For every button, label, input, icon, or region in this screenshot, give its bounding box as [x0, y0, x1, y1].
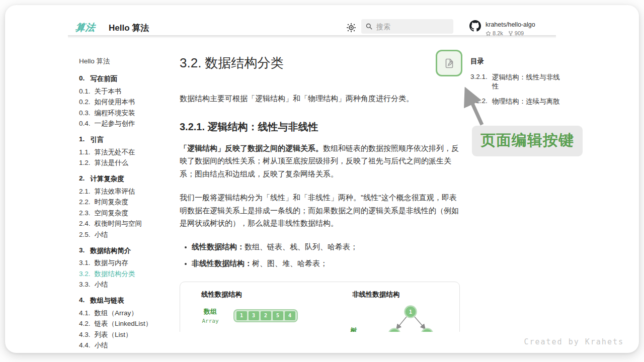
sidebar-item[interactable]: 2.3.空间复杂度 [79, 210, 177, 216]
repo-name: krahets/hello-algo [486, 20, 535, 28]
sidebar-item[interactable]: 4.2.链表（LinkedList） [79, 320, 177, 327]
main-content: 3.2. 数据结构分类 数据结构主要可根据「逻辑结构」和「物理结构」两种角度进行… [180, 54, 460, 332]
sidebar-item[interactable]: 2.2.时间复杂度 [79, 199, 177, 205]
list-item: 线性数据结构：数组、链表、栈、队列、哈希表； [185, 241, 460, 253]
tree-label-zh: 树 [338, 326, 369, 332]
figure-array-row: 数组 Array 1 3 2 5 4 [187, 307, 338, 324]
sidebar-item[interactable]: 4.3.列表（List） [79, 331, 177, 338]
theme-toggle-button[interactable] [346, 23, 356, 33]
sidebar-section-3[interactable]: 3.数据结构简介 [79, 246, 177, 255]
sidebar-item[interactable]: 1.1.算法无处不在 [79, 149, 177, 155]
sidebar-item[interactable]: 1.2.算法是什么 [79, 159, 177, 166]
sidebar-item[interactable]: 0.2.如何使用本书 [79, 99, 177, 105]
sidebar-item[interactable]: 4.4.小结 [79, 342, 177, 348]
array-label-zh: 数组 [187, 307, 233, 316]
svg-text:1: 1 [409, 309, 412, 315]
brightness-icon [346, 23, 356, 33]
intro-paragraph: 数据结构主要可根据「逻辑结构」和「物理结构」两种角度进行分类。 [180, 92, 460, 105]
sidebar-item[interactable]: 4.1.数组（Array） [79, 310, 177, 316]
star-icon [486, 31, 491, 36]
sidebar-item[interactable]: 2.1.算法效率评估 [79, 188, 177, 195]
search-icon [366, 23, 372, 30]
paragraph-2: 我们一般将逻辑结构分为「线性」和「非线性」两种。"线性"这个概念很直观，即表明数… [180, 191, 460, 230]
page-edit-button[interactable] [436, 50, 462, 76]
sidebar-nav: Hello 算法 0.写在前面 0.1.关于本书 0.2.如何使用本书 0.3.… [79, 57, 177, 348]
array-diagram: 1 3 2 5 4 [233, 309, 298, 322]
toc-item[interactable]: 3.2.1.逻辑结构：线性与非线性 [470, 73, 566, 91]
array-label-en: Array [187, 318, 233, 324]
page-title: 3.2. 数据结构分类 [180, 54, 460, 72]
github-icon [469, 20, 481, 32]
fork-icon [508, 31, 513, 36]
sidebar-item-active[interactable]: 3.2.数据结构分类 [79, 270, 177, 277]
sidebar-section-4[interactable]: 4.数组与链表 [79, 296, 177, 305]
edit-page-icon [443, 57, 455, 69]
sidebar-item[interactable]: 0.1.关于本书 [79, 88, 177, 95]
sidebar-item[interactable]: 3.1.数据与内存 [79, 259, 177, 266]
sidebar-item[interactable]: 0.3.编程环境安装 [79, 110, 177, 116]
svg-text:3: 3 [426, 332, 429, 332]
figure-linear-title: 线性数据结构 [201, 290, 338, 299]
fork-count: 909 [515, 30, 524, 36]
site-title: Hello 算法 [109, 22, 149, 34]
sidebar-item[interactable]: 3.3.小结 [79, 281, 177, 288]
section-heading: 3.2.1. 逻辑结构：线性与非线性 [180, 120, 460, 134]
sidebar-item[interactable]: 2.4.权衡时间与空间 [79, 220, 177, 227]
figure-tree-row: 树 Tree 1 2 3 4 [338, 304, 454, 332]
search-input[interactable] [376, 23, 449, 31]
sidebar-item[interactable]: 0.4.一起参与创作 [79, 120, 177, 127]
toc-panel: 目录 3.2.1.逻辑结构：线性与非线性 3.2.2.物理结构：连续与离散 [470, 57, 566, 106]
list-item: 非线性数据结构：树、图、堆、哈希表； [185, 257, 460, 269]
annotation-label: 页面编辑按键 [472, 126, 583, 156]
sidebar-item[interactable]: 2.5.小结 [79, 231, 177, 238]
data-structures-figure: 线性数据结构 数组 Array 1 3 2 5 4 [180, 282, 460, 332]
star-count: 8.2k [493, 30, 503, 36]
github-repo-link[interactable]: krahets/hello-algo 8.2k 909 [469, 20, 535, 36]
toc-heading: 目录 [470, 57, 566, 66]
structure-list: 线性数据结构：数组、链表、栈、队列、哈希表； 非线性数据结构：树、图、堆、哈希表… [180, 241, 460, 269]
site-logo[interactable]: 算法 [75, 21, 97, 34]
sidebar-section-2[interactable]: 2.计算复杂度 [79, 174, 177, 184]
sidebar-section-0[interactable]: 0.写在前面 [79, 74, 177, 83]
sidebar-title: Hello 算法 [79, 57, 177, 66]
toc-item[interactable]: 3.2.2.物理结构：连续与离散 [470, 97, 566, 106]
paragraph-1: 「逻辑结构」反映了数据之间的逻辑关系。数组和链表的数据按照顺序依次排列，反映了数… [180, 142, 460, 180]
svg-text:2: 2 [393, 332, 396, 332]
credit-text: Created by Krahets [524, 337, 624, 346]
search-box[interactable] [361, 19, 453, 34]
tree-diagram: 1 2 3 4 5 6 7 [369, 304, 451, 332]
sidebar-section-1[interactable]: 1.引言 [79, 135, 177, 144]
site-screenshot-card: 算法 Hello 算法 krahets/hello-algo [5, 5, 639, 353]
figure-nonlinear-title: 非线性数据结构 [352, 290, 454, 299]
